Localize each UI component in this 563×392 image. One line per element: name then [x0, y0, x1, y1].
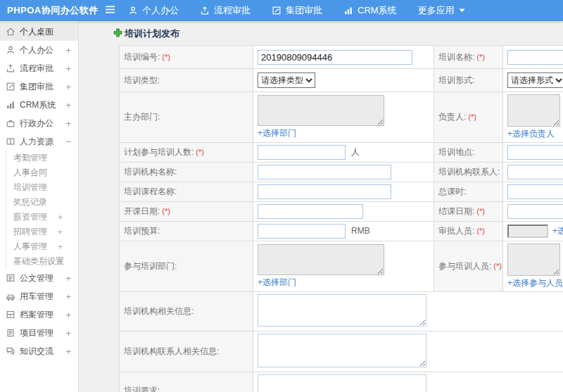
- org-info-textarea[interactable]: [258, 294, 426, 327]
- sidebar-item-human-resources[interactable]: 人力资源 −: [0, 132, 78, 151]
- expand-toggle: +: [65, 346, 71, 357]
- training-mode-select[interactable]: 请选择形式: [507, 72, 563, 88]
- join-dept-textarea[interactable]: [258, 244, 384, 275]
- nav-crm[interactable]: CRM系统: [343, 4, 397, 17]
- budget-input[interactable]: [258, 224, 346, 239]
- sidebar-subitem-label: 培训管理: [13, 182, 47, 194]
- home-icon: [6, 27, 16, 37]
- nav-label: 更多应用: [418, 4, 455, 17]
- field-label: 培训机构名称:: [120, 163, 253, 182]
- sidebar-item-label: 行政办公: [20, 118, 53, 129]
- sidebar-subitem-salary[interactable]: 薪资管理 +: [6, 210, 78, 225]
- end-date-input[interactable]: [507, 204, 563, 219]
- nav-workflow-approval[interactable]: 流程审批: [200, 4, 251, 17]
- bar-chart-icon: [6, 100, 16, 110]
- sidebar-subitem-training[interactable]: 培训管理: [6, 180, 78, 195]
- user-icon: [6, 45, 16, 56]
- app-logo: PHPOA协同办公软件: [0, 4, 103, 17]
- archive-icon: [6, 310, 16, 320]
- sidebar-subitem-personnel[interactable]: 人事管理 +: [6, 239, 78, 254]
- select-join-dept-link[interactable]: +选择部门: [258, 277, 296, 289]
- select-leader-link[interactable]: +选择负责人: [507, 128, 555, 140]
- top-nav: 个人办公 流程审批 集团审批 CRM系统 更多应用: [128, 4, 465, 17]
- sidebar-item-label: 集团审批: [20, 81, 53, 93]
- hamburger-menu-button[interactable]: [103, 4, 117, 17]
- start-date-input[interactable]: [258, 204, 363, 219]
- nav-label: 集团审批: [286, 4, 322, 17]
- training-name-input[interactable]: [507, 50, 563, 65]
- sidebar-item-vehicle[interactable]: 用车管理 +: [0, 287, 78, 305]
- sidebar-item-label: 个人办公: [20, 44, 53, 56]
- sidebar-subitem-label: 基础类别设置: [13, 255, 64, 267]
- field-label: 培训要求:: [120, 372, 253, 392]
- expand-toggle: +: [58, 257, 63, 267]
- sidebar-item-admin-office[interactable]: 行政办公 +: [0, 114, 78, 132]
- currency-suffix: RMB: [351, 226, 370, 236]
- leader-textarea[interactable]: [507, 94, 560, 127]
- sidebar-item-knowledge[interactable]: 知识交流 +: [0, 342, 78, 360]
- field-label: 参与培训部门:: [120, 241, 253, 292]
- hamburger-icon: [105, 4, 115, 17]
- org-name-input[interactable]: [258, 165, 391, 179]
- select-join-people-link[interactable]: +选择参与人员: [507, 277, 563, 289]
- host-dept-textarea[interactable]: [258, 95, 384, 126]
- workflow-icon: [6, 63, 16, 74]
- training-type-select[interactable]: 请选择类型: [258, 72, 315, 88]
- briefcase-icon: [6, 118, 16, 129]
- nav-label: CRM系统: [358, 4, 397, 17]
- caret-down-icon: [459, 8, 465, 13]
- expand-toggle: +: [65, 273, 71, 284]
- total-hours-input[interactable]: [507, 184, 563, 199]
- expand-toggle: +: [58, 242, 63, 252]
- planned-count-input[interactable]: [258, 145, 346, 160]
- sidebar-item-personal-office[interactable]: 个人办公 +: [0, 41, 78, 59]
- main-content: 培训计划发布 培训编号:(*) 培训名称:(*) 培训类型: 请选择类型: [79, 21, 563, 392]
- select-approver-link[interactable]: +选择审批人员: [552, 226, 563, 236]
- clipboard-icon: [6, 328, 16, 339]
- sidebar-item-official-doc[interactable]: 公文管理 +: [0, 269, 78, 287]
- field-label: 结课日期:(*): [434, 202, 503, 222]
- field-label: 总课时:: [434, 182, 503, 202]
- approver-input[interactable]: [507, 225, 548, 238]
- nav-personal-office[interactable]: 个人办公: [128, 4, 179, 17]
- org-contact-input[interactable]: [507, 165, 563, 179]
- field-label: 培训地点:: [434, 143, 503, 163]
- sidebar-subitem-label: 人事合同: [13, 167, 47, 179]
- car-icon: [6, 291, 16, 302]
- sidebar-subitem-label: 招聘管理: [13, 226, 47, 238]
- bar-chart-icon: [343, 6, 353, 15]
- field-label: 培训形式:: [434, 69, 503, 92]
- sidebar-subitem-attendance[interactable]: 考勤管理: [6, 151, 78, 165]
- nav-group-approval[interactable]: 集团审批: [272, 4, 322, 17]
- location-input[interactable]: [507, 145, 563, 160]
- field-label: 培训类型:: [120, 69, 253, 92]
- field-label: 培训机构联系人:: [434, 163, 503, 182]
- sidebar-item-group-approval[interactable]: 集团审批 +: [0, 77, 78, 96]
- select-dept-link[interactable]: +选择部门: [258, 127, 296, 139]
- sidebar-subitem-base-category[interactable]: 基础类别设置 +: [6, 254, 78, 269]
- expand-toggle: +: [65, 291, 71, 302]
- sidebar-subitem-rewards[interactable]: 奖惩记录: [6, 195, 78, 210]
- sidebar-item-personal-desktop[interactable]: 个人桌面: [0, 23, 78, 41]
- nav-label: 个人办公: [142, 4, 179, 17]
- workflow-icon: [200, 6, 210, 15]
- course-name-input[interactable]: [258, 184, 391, 199]
- sidebar-subitem-recruit[interactable]: 招聘管理 +: [6, 225, 78, 239]
- expand-toggle: +: [65, 310, 71, 320]
- nav-more-apps[interactable]: 更多应用: [418, 4, 465, 17]
- sidebar-subitem-hr-contract[interactable]: 人事合同: [6, 165, 78, 180]
- sidebar-subitem-label: 奖惩记录: [13, 196, 47, 208]
- expand-toggle: +: [58, 227, 63, 237]
- org-contact-info-textarea[interactable]: [258, 334, 426, 367]
- sidebar-item-project[interactable]: 项目管理 +: [0, 324, 78, 342]
- sidebar-item-label: 人力资源: [20, 136, 53, 148]
- sidebar-item-workflow-approval[interactable]: 流程审批 +: [0, 59, 78, 77]
- requirement-textarea[interactable]: [258, 374, 426, 392]
- sidebar-item-label: 流程审批: [20, 63, 53, 75]
- sidebar-subitem-label: 薪资管理: [13, 211, 47, 223]
- topbar: PHPOA协同办公软件 个人办公 流程审批 集团审批: [0, 0, 563, 21]
- join-people-textarea[interactable]: [507, 244, 560, 276]
- sidebar-item-crm[interactable]: CRM系统 +: [0, 96, 78, 114]
- training-no-input[interactable]: [258, 50, 412, 65]
- sidebar-item-archives[interactable]: 档案管理 +: [0, 305, 78, 324]
